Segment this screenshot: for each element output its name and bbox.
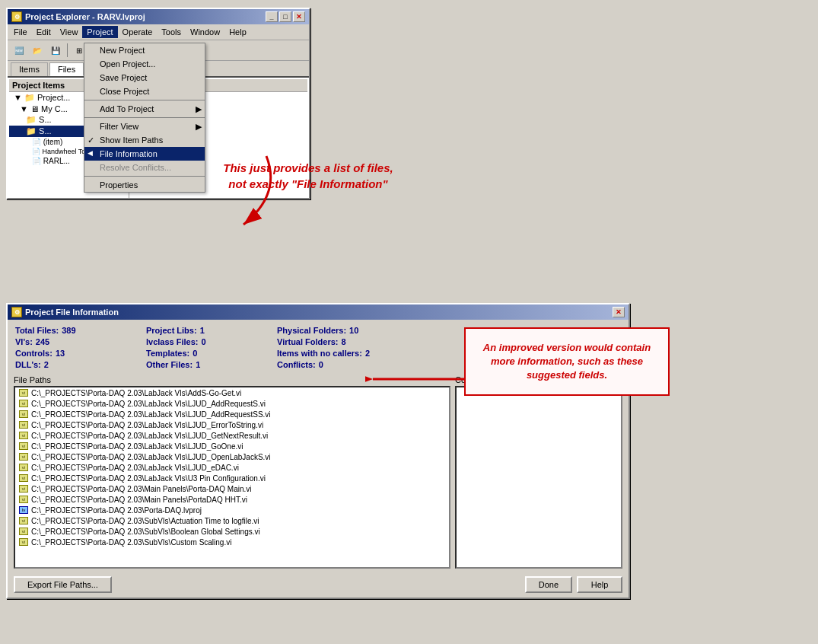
vi-icon-13: vi bbox=[18, 516, 29, 525]
tb-new[interactable]: 🆕 bbox=[11, 42, 27, 59]
file-path-2: vi C:\_PROJECTS\Porta-DAQ 2.03\LabJack V… bbox=[15, 398, 449, 409]
file-path-10: vi C:\_PROJECTS\Porta-DAQ 2.03\Main Pane… bbox=[15, 483, 449, 494]
menu-project[interactable]: Project bbox=[82, 26, 117, 38]
corresponding-column: Corresponding Project Items bbox=[455, 375, 622, 569]
menu-add-to-project[interactable]: Add To Project bbox=[84, 102, 205, 116]
stat-virt-folders: Virtual Folders: 8 bbox=[277, 337, 408, 346]
file-paths-column: File Paths vi C:\_PROJECTS\Porta-DAQ 2.0… bbox=[14, 375, 450, 569]
file-path-5: vi C:\_PROJECTS\Porta-DAQ 2.03\LabJack V… bbox=[15, 430, 449, 441]
pfi-titlebar: ⚙ Project File Information ✕ bbox=[8, 304, 629, 320]
menu-tools[interactable]: Tools bbox=[157, 26, 186, 38]
menu-properties[interactable]: Properties bbox=[84, 178, 205, 192]
file-path-11: vi C:\_PROJECTS\Porta-DAQ 2.03\Main Pane… bbox=[15, 494, 449, 505]
menu-sep2 bbox=[84, 117, 205, 118]
minimize-button[interactable]: _ bbox=[266, 11, 278, 22]
vi-icon-14: vi bbox=[18, 527, 29, 536]
menu-sep1 bbox=[84, 100, 205, 100]
vi-icon-9: vi bbox=[18, 473, 29, 483]
stat-controls-value: 13 bbox=[56, 349, 65, 358]
stat-conflicts-value: 0 bbox=[319, 360, 323, 369]
window-controls: _ □ ✕ bbox=[266, 11, 305, 22]
menu-close-project[interactable]: Close Project bbox=[84, 84, 205, 98]
annotation-2-text: An improved version would contain more i… bbox=[472, 341, 662, 383]
file-path-13: vi C:\_PROJECTS\Porta-DAQ 2.03\SubVIs\Ac… bbox=[15, 515, 449, 526]
stat-other: Other Files: 1 bbox=[146, 360, 277, 369]
pfi-close-button[interactable]: ✕ bbox=[613, 307, 625, 317]
stat-dlls-value: 2 bbox=[44, 360, 49, 369]
tab-files[interactable]: Files bbox=[49, 62, 84, 76]
stats-col-3: Physical Folders: 10 Virtual Folders: 8 … bbox=[277, 326, 408, 369]
stat-controls-label: Controls: bbox=[15, 349, 53, 358]
menu-show-item-paths[interactable]: ✓ Show Item Paths bbox=[84, 133, 205, 147]
menu-filter-view[interactable]: Filter View bbox=[84, 120, 205, 133]
menu-view[interactable]: View bbox=[56, 26, 83, 38]
pfi-title: Project File Information bbox=[25, 308, 119, 317]
stat-total-files-label: Total Files: bbox=[15, 326, 59, 335]
menu-operate[interactable]: Operate bbox=[118, 26, 158, 38]
vi-icon-2: vi bbox=[18, 399, 29, 408]
stats-col-1: Total Files: 389 VI's: 245 Controls: 13 … bbox=[15, 326, 146, 369]
vi-icon-7: vi bbox=[18, 452, 29, 461]
tb-open[interactable]: 📂 bbox=[29, 42, 46, 59]
stat-templates: Templates: 0 bbox=[146, 349, 277, 358]
stat-other-value: 1 bbox=[196, 360, 200, 369]
stat-no-callers-value: 2 bbox=[365, 349, 370, 358]
stat-lvclass-value: 0 bbox=[202, 337, 206, 346]
app-icon: ⚙ bbox=[11, 11, 22, 22]
stat-lvclass: lvclass Files: 0 bbox=[146, 337, 277, 346]
stat-dlls-label: DLL's: bbox=[15, 360, 41, 369]
stat-vis: VI's: 245 bbox=[15, 337, 146, 346]
stat-lvclass-label: lvclass Files: bbox=[146, 337, 199, 346]
stat-phys-folders-value: 10 bbox=[349, 326, 358, 335]
vi-icon-4: vi bbox=[18, 420, 29, 429]
vi-icon-1: vi bbox=[18, 388, 29, 397]
menu-file-information[interactable]: ◀ File Information bbox=[84, 147, 205, 161]
file-path-4: vi C:\_PROJECTS\Porta-DAQ 2.03\LabJack V… bbox=[15, 419, 449, 430]
stat-total-files: Total Files: 389 bbox=[15, 326, 146, 335]
pfi-win-controls: ✕ bbox=[613, 307, 625, 317]
menubar: File Edit View Project Operate Tools Win… bbox=[8, 24, 309, 40]
file-path-14: vi C:\_PROJECTS\Porta-DAQ 2.03\SubVIs\Bo… bbox=[15, 526, 449, 537]
file-paths-listbox[interactable]: vi C:\_PROJECTS\Porta-DAQ 2.03\LabJack V… bbox=[14, 386, 450, 569]
menu-resolve-conflicts: Resolve Conflicts... bbox=[84, 161, 205, 174]
export-file-paths-button[interactable]: Export File Paths... bbox=[14, 576, 112, 593]
menu-help[interactable]: Help bbox=[224, 26, 251, 38]
corresponding-listbox[interactable] bbox=[455, 386, 622, 569]
file-path-12: lv C:\_PROJECTS\Porta-DAQ 2.03\Porta-DAQ… bbox=[15, 505, 449, 515]
close-button[interactable]: ✕ bbox=[293, 11, 305, 22]
vi-icon-10: vi bbox=[18, 484, 29, 493]
titlebar-left: ⚙ Project Explorer - RARV.lvproj bbox=[11, 11, 145, 22]
menu-file[interactable]: File bbox=[9, 26, 32, 38]
stat-other-label: Other Files: bbox=[146, 360, 193, 369]
menu-edit[interactable]: Edit bbox=[32, 26, 56, 38]
window-title: Project Explorer - RARV.lvproj bbox=[25, 12, 145, 21]
tab-items[interactable]: Items bbox=[11, 62, 48, 76]
stat-no-callers-label: Items with no callers: bbox=[277, 349, 362, 358]
vi-icon-6: vi bbox=[18, 442, 29, 451]
pfi-content: File Paths vi C:\_PROJECTS\Porta-DAQ 2.0… bbox=[8, 375, 629, 573]
check-icon: ✓ bbox=[88, 135, 94, 145]
vi-icon-15: vi bbox=[18, 537, 29, 547]
stats-col-2: Project Libs: 1 lvclass Files: 0 Templat… bbox=[146, 326, 277, 369]
vi-icon-5: vi bbox=[18, 431, 29, 440]
lvproj-icon-1: lv bbox=[18, 505, 29, 515]
stat-dlls: DLL's: 2 bbox=[15, 360, 146, 369]
toolbar-sep1 bbox=[67, 43, 68, 57]
menu-new-project[interactable]: New Project bbox=[84, 43, 205, 57]
tb-save[interactable]: 💾 bbox=[47, 42, 64, 59]
done-button[interactable]: Done bbox=[525, 576, 572, 593]
menu-sep3 bbox=[84, 176, 205, 177]
pfi-icon: ⚙ bbox=[11, 307, 22, 317]
vi-icon-11: vi bbox=[18, 495, 29, 504]
menu-window[interactable]: Window bbox=[186, 26, 224, 38]
menu-save-project[interactable]: Save Project bbox=[84, 71, 205, 84]
stat-templates-value: 0 bbox=[193, 349, 197, 358]
help-button[interactable]: Help bbox=[577, 576, 622, 593]
menu-open-project[interactable]: Open Project... bbox=[84, 57, 205, 71]
stat-phys-folders: Physical Folders: 10 bbox=[277, 326, 408, 335]
stat-proj-libs-label: Project Libs: bbox=[146, 326, 197, 335]
maximize-button[interactable]: □ bbox=[279, 11, 291, 22]
stat-virt-folders-label: Virtual Folders: bbox=[277, 337, 338, 346]
stat-proj-libs: Project Libs: 1 bbox=[146, 326, 277, 335]
annotation-1-container: This just provides a list of files,not e… bbox=[175, 137, 441, 192]
